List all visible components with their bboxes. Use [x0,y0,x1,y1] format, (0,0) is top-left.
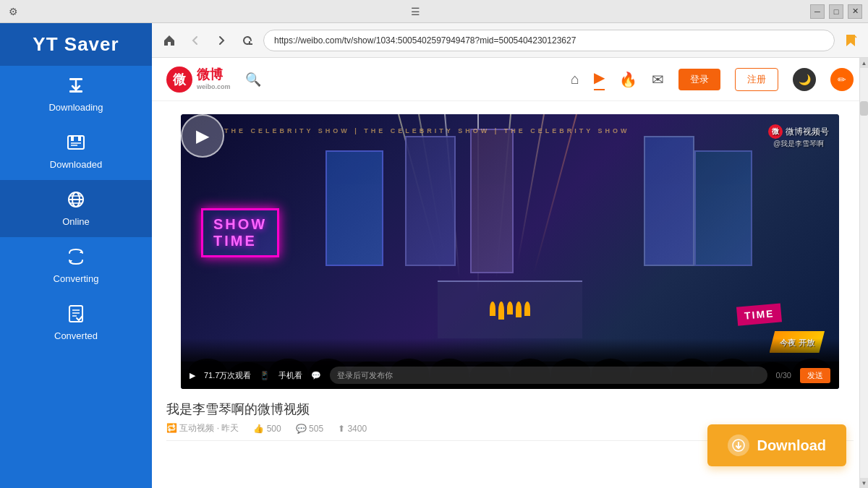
sidebar-item-converting[interactable]: Converting [0,237,152,294]
online-icon [67,190,85,212]
app-logo: YT Saver [0,23,152,66]
downloading-icon [67,76,85,98]
download-button[interactable]: Download [707,424,846,466]
browser-content: 微 微博 weibo.com 🔍 ⌂ ▶ 🔥 ✉ 登录 注册 🌙 ✏ [152,58,868,488]
settings-icon[interactable]: ⚙ [6,4,20,19]
downloaded-label: Downloaded [50,159,102,170]
phone-icon: 📱 [260,371,270,380]
online-label: Online [62,216,90,227]
scroll-down-arrow[interactable]: ▼ [860,478,868,488]
scrollbar[interactable]: ▲ ▼ [859,58,868,488]
browser-toolbar [152,23,868,58]
video-frame[interactable]: SHOW TIME THE CELEBRITY SHOW | THE CELEB… [181,114,839,389]
weibo-home-icon[interactable]: ⌂ [571,71,579,87]
sidebar-item-downloaded[interactable]: Downloaded [0,123,152,180]
title-bar: ⚙ ☰ ─ □ ✕ [0,0,868,23]
comment-icon: 💬 [311,371,321,380]
video-controls: ▶ 71.7万次观看 📱 手机看 💬 登录后可发布你 0/30 发送 [181,361,839,389]
show-title-top: THE CELEBRITY SHOW | THE CELEBRITY SHOW … [224,127,630,134]
svg-rect-0 [69,78,82,80]
video-container: SHOW TIME THE CELEBRITY SHOW | THE CELEB… [181,114,839,389]
content-area: 微 微博 weibo.com 🔍 ⌂ ▶ 🔥 ✉ 登录 注册 🌙 ✏ [152,23,868,488]
weibo-login-button[interactable]: 登录 [678,69,720,90]
weibo-hot-icon[interactable]: 🔥 [619,71,637,88]
meta-shares: ⬆ 3400 [338,424,367,434]
weibo-search-icon[interactable]: 🔍 [245,72,261,87]
minimize-button[interactable]: ─ [810,4,825,19]
comment-count: 0/30 [776,371,791,380]
home-button[interactable] [159,30,179,51]
view-count: 71.7万次观看 [204,370,251,381]
converting-icon [67,247,85,269]
download-label: Download [757,437,826,454]
video-title: 我是李雪琴啊的微博视频 [166,401,854,418]
converted-label: Converted [54,330,98,341]
send-button[interactable]: 发送 [800,368,830,383]
meta-likes: 👍 500 [253,424,281,434]
download-btn-icon [728,435,749,456]
forward-button[interactable] [211,30,231,51]
svg-rect-1 [69,90,82,93]
downloading-label: Downloading [48,102,103,113]
back-button[interactable] [185,30,205,51]
downloaded-icon [67,133,85,155]
phone-watch-text: 手机看 [278,370,302,381]
converting-label: Converting [54,273,99,284]
close-button[interactable]: ✕ [848,4,862,19]
svg-rect-3 [71,136,74,141]
comment-input[interactable]: 登录后可发布你 [330,367,767,384]
svg-rect-2 [68,136,84,149]
weibo-darkmode-button[interactable]: 🌙 [793,68,816,91]
scroll-up-arrow[interactable]: ▲ [860,58,868,68]
play-button[interactable]: ▶ [181,114,224,158]
weibo-watermark: 微 微博视频号 @我是李雪琴啊 [768,124,829,149]
stage-background: SHOW TIME THE CELEBRITY SHOW | THE CELEB… [181,114,839,389]
weibo-nav: ⌂ ▶ 🔥 ✉ 登录 注册 🌙 ✏ [571,68,854,91]
meta-comments: 💬 505 [296,424,323,434]
bookmark-button[interactable] [841,30,861,51]
weibo-register-button[interactable]: 注册 [735,68,778,91]
address-bar[interactable] [263,30,835,51]
refresh-button[interactable] [237,30,258,51]
meta-repost: 🔁 互动视频 · 昨天 [166,422,239,435]
sidebar-item-downloading[interactable]: Downloading [0,66,152,123]
sidebar-item-online[interactable]: Online [0,180,152,237]
play-icon-small[interactable]: ▶ [190,371,195,380]
svg-rect-4 [78,136,81,141]
app-container: YT Saver Downloading [0,23,868,488]
weibo-logo: 微 微博 weibo.com [166,67,231,93]
menu-icon[interactable]: ☰ [408,4,422,19]
weibo-header: 微 微博 weibo.com 🔍 ⌂ ▶ 🔥 ✉ 登录 注册 🌙 ✏ [152,58,868,101]
sidebar-item-converted[interactable]: Converted [0,294,152,351]
weibo-mail-icon[interactable]: ✉ [652,71,664,88]
maximize-button[interactable]: □ [829,4,843,19]
weibo-logo-text: 微博 weibo.com [197,67,231,90]
scrollbar-thumb[interactable] [860,101,868,116]
sidebar: YT Saver Downloading [0,23,152,488]
weibo-edit-button[interactable]: ✏ [830,68,854,91]
weibo-video-icon[interactable]: ▶ [594,69,605,90]
weibo-logo-icon: 微 [166,67,192,93]
converted-icon [67,304,85,326]
